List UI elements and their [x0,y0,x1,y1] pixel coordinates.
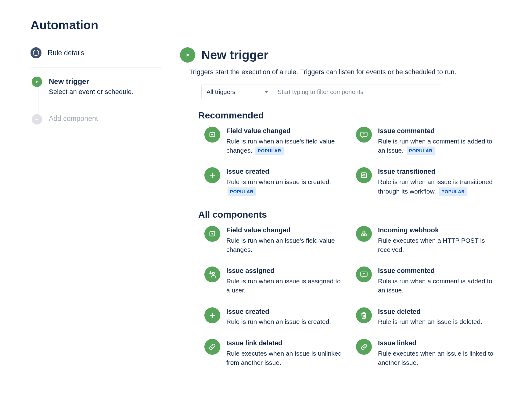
trigger-card-description: Rule is run when an issue is assigned to… [226,277,344,295]
step-add-component[interactable]: Add component [32,114,162,125]
select-label: All triggers [207,89,235,96]
comment-icon [356,127,372,143]
step-title: Add component [49,114,98,123]
field-change-icon [204,127,220,143]
trigger-card-field-value-changed[interactable]: Field value changedRule is run when an i… [204,127,344,155]
trigger-card-title: Issue link deleted [226,339,344,348]
trigger-card-title: Issue transitioned [378,167,495,176]
field-change-icon [204,226,220,242]
step-title: New trigger [49,77,134,86]
trigger-card-title: Field value changed [226,226,344,235]
all-components-grid: Field value changedRule is run when an i… [204,226,495,367]
popular-badge: POPULAR [255,147,284,155]
trigger-card-description: Rule is run when an issue's field value … [226,236,344,255]
trash-icon [356,307,372,323]
trigger-card-issue-commented[interactable]: Issue commentedRule is run when a commen… [356,266,495,295]
webhook-icon [356,226,372,242]
plus-icon [204,167,220,183]
trigger-card-title: Issue commented [378,127,495,136]
trigger-card-description: Rule executes when an issue is linked to… [378,349,495,368]
page-title: Automation [31,18,501,32]
link-icon [356,339,372,355]
trigger-card-issue-transitioned[interactable]: Issue transitionedRule is run when an is… [356,167,495,196]
trigger-card-issue-assigned[interactable]: Issue assignedRule is run when an issue … [204,266,344,295]
transition-icon [356,167,372,183]
trigger-card-issue-link-deleted[interactable]: Issue link deletedRule executes when an … [204,339,344,367]
trigger-card-title: Issue assigned [226,266,344,275]
trigger-card-description: Rule executes when an issue is unlinked … [226,349,344,368]
sidebar: Rule details New trigger Select an event… [31,47,162,367]
trigger-card-description: Rule is run when an issue is deleted. [378,317,482,326]
rule-details-nav[interactable]: Rule details [31,47,162,67]
trigger-card-title: Incoming webhook [378,226,495,235]
assign-icon [204,266,220,282]
trigger-card-issue-created[interactable]: Issue createdRule is run when an issue i… [204,307,344,327]
trigger-card-issue-commented[interactable]: Issue commentedRule is run when a commen… [356,127,495,155]
step-subtitle: Select an event or schedule. [49,88,134,96]
trigger-card-title: Issue created [226,167,344,176]
link-icon [204,339,220,355]
trigger-card-description: Rule is run when a comment is added to a… [378,137,495,155]
trigger-card-title: Issue linked [378,339,495,348]
trigger-card-description: Rule executes when a HTTP POST is receiv… [378,236,495,255]
trigger-card-issue-deleted[interactable]: Issue deletedRule is run when an issue i… [356,307,495,327]
step-new-trigger[interactable]: New trigger Select an event or schedule. [32,77,162,96]
popular-badge: POPULAR [228,187,256,196]
trigger-card-description: Rule is run when an issue is created. [226,317,331,326]
chevron-down-icon [264,91,268,93]
trigger-card-title: Issue commented [378,266,495,275]
comment-icon [356,266,372,282]
filter-bar: All triggers [201,85,442,99]
trigger-card-description: Rule is run when an issue is transitione… [378,177,495,196]
popular-badge: POPULAR [439,187,467,196]
plus-icon [32,114,42,125]
trigger-card-description: Rule is run when an issue's field value … [226,137,344,155]
rule-details-label: Rule details [48,49,84,57]
section-recommended-heading: Recommended [198,110,501,121]
trigger-card-title: Issue created [226,307,331,316]
trigger-card-title: Issue deleted [378,307,482,316]
trigger-card-field-value-changed[interactable]: Field value changedRule is run when an i… [204,226,344,254]
trigger-card-description: Rule is run when an issue is created. PO… [226,177,344,196]
main-content: New trigger Triggers start the execution… [180,47,501,367]
trigger-card-issue-created[interactable]: Issue createdRule is run when an issue i… [204,167,344,196]
plus-icon [204,307,220,323]
trigger-card-title: Field value changed [226,127,344,136]
recommended-grid: Field value changedRule is run when an i… [204,127,495,196]
play-icon [32,77,42,87]
trigger-card-description: Rule is run when a comment is added to a… [378,277,495,295]
section-all-heading: All components [198,209,501,220]
info-icon [31,47,41,58]
component-filter-input[interactable] [273,85,442,99]
trigger-card-incoming-webhook[interactable]: Incoming webhookRule executes when a HTT… [356,226,495,254]
trigger-card-issue-linked[interactable]: Issue linkedRule executes when an issue … [356,339,495,367]
main-description: Triggers start the execution of a rule. … [189,68,501,76]
popular-badge: POPULAR [407,147,435,155]
play-icon [180,47,195,63]
trigger-category-select[interactable]: All triggers [202,85,273,99]
main-title: New trigger [201,48,268,62]
